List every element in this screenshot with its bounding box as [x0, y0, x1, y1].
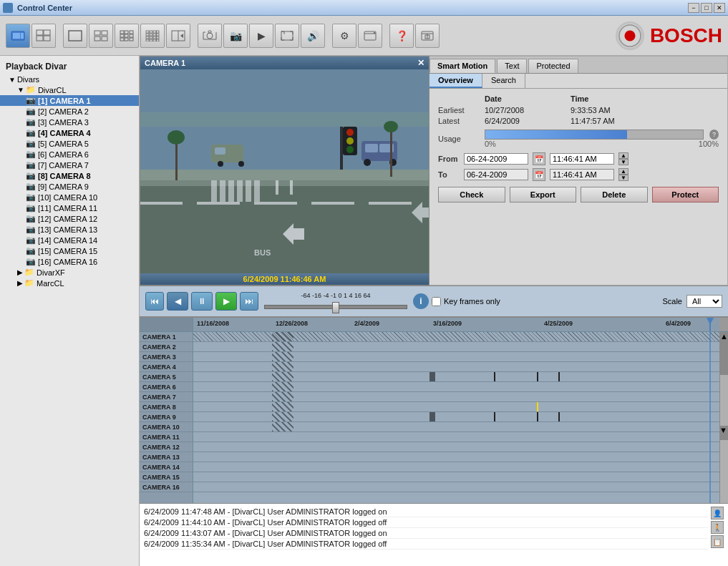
- toolbar-btn-4cam[interactable]: [89, 24, 113, 48]
- toolbar-btn-play[interactable]: ▶: [249, 24, 273, 48]
- sidebar-item-marccl[interactable]: ▶ 📁 MarcCL: [0, 278, 139, 288]
- sidebar-item-camera14[interactable]: 📷 [14] CAMERA 14: [0, 235, 139, 245]
- info-button[interactable]: i: [413, 293, 429, 309]
- expand-icon: ▼: [9, 76, 16, 84]
- toolbar-btn-add-camera[interactable]: [198, 24, 222, 48]
- scrollbar-thumb[interactable]: [720, 346, 728, 375]
- track-cam12[interactable]: [193, 442, 719, 452]
- log-icon-btn-2[interactable]: 🚶: [711, 521, 724, 534]
- toolbar-btn-sequence[interactable]: [166, 24, 190, 48]
- sidebar-item-camera1[interactable]: 📷 [1] CAMERA 1: [0, 95, 139, 106]
- maximize-button[interactable]: □: [701, 3, 712, 13]
- playback-step-forward[interactable]: ⏭: [240, 292, 258, 311]
- track-cam2[interactable]: [193, 342, 719, 352]
- track-cam9[interactable]: [193, 412, 719, 422]
- speed-track[interactable]: [264, 305, 407, 309]
- log-icon-btn-1[interactable]: 👤: [711, 507, 724, 519]
- check-button[interactable]: Check: [438, 187, 505, 203]
- toolbar-btn-live[interactable]: [31, 24, 56, 48]
- track-cam8[interactable]: [193, 402, 719, 412]
- track-cam1[interactable]: [193, 332, 719, 342]
- camera3-label: [3] CAMERA 3: [38, 118, 89, 127]
- to-date-input[interactable]: [464, 169, 528, 180]
- to-calendar-button[interactable]: 📅: [533, 168, 545, 181]
- to-time-input[interactable]: [550, 169, 614, 180]
- delete-button[interactable]: Delete: [581, 187, 648, 203]
- sidebar-item-camera6[interactable]: 📷 [6] CAMERA 6: [0, 149, 139, 160]
- toolbar-btn-9cam[interactable]: [115, 24, 139, 48]
- tab-smart-motion[interactable]: Smart Motion: [429, 59, 495, 73]
- sidebar-item-divars[interactable]: ▼ Divars: [0, 74, 139, 84]
- toolbar-btn-audio[interactable]: 🔊: [301, 24, 325, 48]
- track-cam5[interactable]: [193, 372, 719, 382]
- toolbar-btn-config[interactable]: [358, 24, 382, 48]
- sidebar-item-camera11[interactable]: 📷 [11] CAMERA 11: [0, 203, 139, 213]
- main-layout: Playback Divar ▼ Divars ▼ 📁 DivarCL 📷 [1…: [0, 56, 728, 566]
- subtab-overview[interactable]: Overview: [429, 74, 482, 88]
- keyframes-checkbox[interactable]: [432, 297, 441, 306]
- toolbar-btn-snapshot[interactable]: 📷: [223, 24, 248, 48]
- subtab-search[interactable]: Search: [482, 74, 525, 88]
- track-cam3[interactable]: [193, 352, 719, 362]
- sidebar-item-camera5[interactable]: 📷 [5] CAMERA 5: [0, 138, 139, 149]
- video-close-button[interactable]: ✕: [417, 58, 424, 68]
- log-icon-btn-3[interactable]: 📋: [711, 535, 724, 548]
- close-button[interactable]: ✕: [714, 3, 725, 13]
- sidebar-item-camera15[interactable]: 📷 [15] CAMERA 15: [0, 245, 139, 256]
- usage-help-button[interactable]: ?: [709, 130, 719, 140]
- export-button[interactable]: Export: [510, 187, 577, 203]
- sidebar-item-divarcl[interactable]: ▼ 📁 DivarCL: [0, 84, 139, 95]
- sidebar-item-divarxf[interactable]: ▶ 📁 DivarXF: [0, 267, 139, 278]
- scrollbar-down[interactable]: ▼: [719, 426, 728, 440]
- playback-step-back[interactable]: ⏮: [145, 292, 164, 311]
- playback-pause[interactable]: ⏸: [191, 292, 213, 311]
- minimize-button[interactable]: −: [688, 3, 699, 13]
- sidebar-item-camera12[interactable]: 📷 [12] CAMERA 12: [0, 213, 139, 224]
- track-cam16[interactable]: [193, 482, 719, 492]
- track-cam15[interactable]: [193, 472, 719, 482]
- track-cam14[interactable]: [193, 462, 719, 472]
- track-cam11[interactable]: [193, 432, 719, 442]
- to-time-up[interactable]: ▲: [618, 168, 628, 175]
- toolbar-btn-fullscreen[interactable]: [275, 24, 299, 48]
- timeline-scrollbar[interactable]: ▲ ▼: [719, 332, 728, 503]
- toolbar-btn-16cam[interactable]: [140, 24, 165, 48]
- sidebar-item-camera8[interactable]: 📷 [8] CAMERA 8: [0, 170, 139, 181]
- sidebar-item-camera13[interactable]: 📷 [13] CAMERA 13: [0, 224, 139, 235]
- sidebar-item-camera10[interactable]: 📷 [10] CAMERA 10: [0, 192, 139, 203]
- toolbar-btn-help[interactable]: ❓: [389, 24, 414, 48]
- sidebar-item-camera3[interactable]: 📷 [3] CAMERA 3: [0, 117, 139, 127]
- from-date-input[interactable]: [464, 153, 528, 165]
- toolbar-btn-settings[interactable]: ⚙: [332, 24, 356, 48]
- scrollbar-up[interactable]: ▲: [720, 332, 728, 346]
- tab-text[interactable]: Text: [497, 59, 527, 73]
- from-time-down[interactable]: ▼: [618, 159, 628, 165]
- to-time-down[interactable]: ▼: [618, 175, 628, 181]
- sidebar-item-camera2[interactable]: 📷 [2] CAMERA 2: [0, 106, 139, 117]
- scale-select[interactable]: All Day Hour Minute: [686, 295, 722, 308]
- camera16-label: [16] CAMERA 16: [38, 258, 97, 266]
- playback-play[interactable]: ▶: [215, 292, 237, 311]
- toolbar-btn-info[interactable]: [415, 24, 440, 48]
- track-cam13[interactable]: [193, 452, 719, 462]
- from-calendar-button[interactable]: 📅: [533, 152, 545, 165]
- sidebar-item-camera7[interactable]: 📷 [7] CAMERA 7: [0, 160, 139, 170]
- speed-thumb[interactable]: [332, 302, 339, 313]
- toolbar-btn-playback[interactable]: [6, 24, 30, 48]
- timeline-tracks[interactable]: [193, 332, 719, 503]
- from-time-input[interactable]: [550, 153, 614, 165]
- playback-rewind[interactable]: ◀: [167, 292, 188, 311]
- track-cam6[interactable]: [193, 382, 719, 392]
- tab-protected[interactable]: Protected: [528, 59, 578, 73]
- sidebar-item-camera4[interactable]: 📷 [4] CAMERA 4: [0, 127, 139, 138]
- track-cam4[interactable]: [193, 362, 719, 372]
- sidebar-item-camera9[interactable]: 📷 [9] CAMERA 9: [0, 181, 139, 192]
- svg-rect-2: [21, 33, 24, 39]
- track-cam7[interactable]: [193, 392, 719, 402]
- scrollbar-track[interactable]: [720, 346, 728, 375]
- from-time-up[interactable]: ▲: [618, 152, 628, 159]
- sidebar-item-camera16[interactable]: 📷 [16] CAMERA 16: [0, 256, 139, 267]
- toolbar-btn-1cam[interactable]: [63, 24, 87, 48]
- protect-button[interactable]: Protect: [652, 187, 719, 203]
- track-cam10[interactable]: [193, 422, 719, 432]
